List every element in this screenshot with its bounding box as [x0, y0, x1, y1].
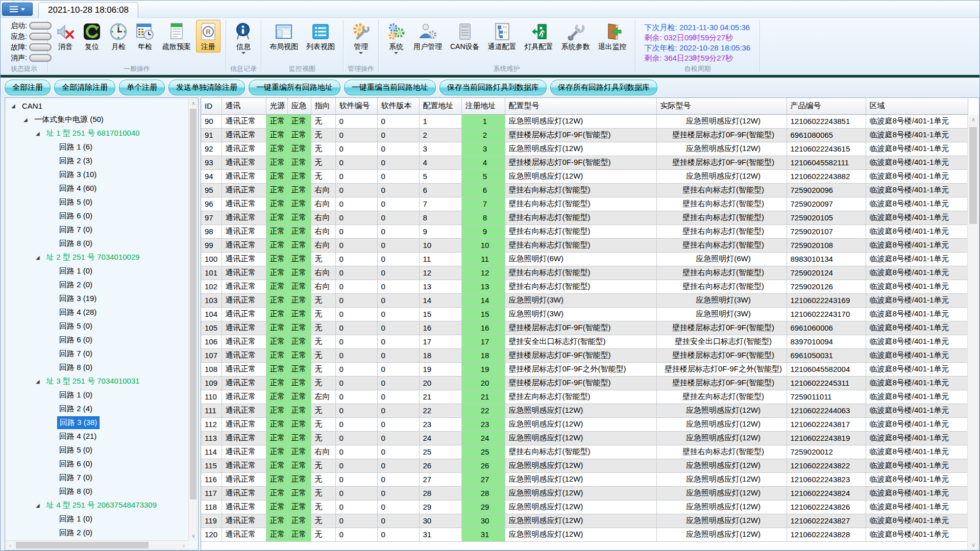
system-params-button[interactable]: 系统参数: [558, 20, 593, 53]
evacuation-plan-button[interactable]: 疏散预案: [159, 20, 194, 53]
tree-node[interactable]: 回路 4 (28): [6, 306, 187, 319]
datetime-tab[interactable]: 2021-10-28 18:06:08: [38, 2, 138, 18]
scroll-down-arrow[interactable]: ∨: [189, 531, 198, 540]
table-row[interactable]: 113通讯正常正常正常无002424应急照明感应灯(12W)应急照明感应灯(12…: [201, 431, 968, 445]
exit-monitor-button[interactable]: 退出监控: [595, 20, 630, 53]
tree-node[interactable]: 回路 6 (0): [6, 457, 187, 471]
tree-node[interactable]: 回路 8 (0): [6, 237, 187, 251]
tree-node[interactable]: ◢址 2 型 251 号 7034010029: [6, 251, 187, 264]
tree-node[interactable]: 回路 8 (0): [6, 361, 187, 374]
action-button-5[interactable]: 一键重编所有回路地址: [249, 80, 340, 95]
user-manage-button[interactable]: 用户管理: [410, 20, 445, 53]
tree-node[interactable]: 回路 7 (0): [6, 347, 187, 361]
monthly-check-button[interactable]: 月检: [106, 20, 131, 53]
table-row[interactable]: 95通讯正常正常正常右向0066壁挂右向标志灯(智能型)壁挂右向标志灯(智能型)…: [201, 183, 968, 197]
tree-expand-icon[interactable]: ◢: [36, 255, 42, 260]
tree-node[interactable]: ◢址 3 型 251 号 7034010031: [6, 374, 187, 388]
channel-config-button[interactable]: 通道配置: [485, 20, 520, 53]
table-row[interactable]: 118通讯正常正常正常无002929应急照明感应灯(12W)应急照明感应灯(12…: [201, 500, 968, 514]
action-button-6[interactable]: 一键重编当前回路地址: [344, 80, 436, 95]
table-row[interactable]: 109通讯正常正常正常无002020壁挂楼层标志灯0F-9F(智能型)壁挂楼层标…: [201, 376, 968, 390]
tree-node[interactable]: 回路 4 (21): [6, 430, 187, 443]
table-row[interactable]: 116通讯正常正常正常无002727应急照明感应灯(12W)应急照明感应灯(12…: [201, 472, 968, 486]
tree-expand-icon[interactable]: ◢: [11, 103, 17, 109]
register-button[interactable]: R 注册: [196, 20, 220, 53]
column-header[interactable]: 软件版本: [377, 98, 419, 114]
can-device-button[interactable]: CAN设备: [447, 20, 483, 53]
table-row[interactable]: 112通讯正常正常正常无002323应急照明感应灯(12W)应急照明感应灯(12…: [201, 417, 968, 431]
table-row[interactable]: 102通讯正常正常正常右向001313壁挂右向标志灯(智能型)壁挂右向标志灯(智…: [201, 280, 968, 293]
column-header[interactable]: 应急: [287, 98, 311, 114]
tree-node[interactable]: 回路 7 (0): [6, 471, 187, 485]
table-row[interactable]: 104通讯正常正常正常无001515应急照明灯(3W)应急照明灯(3W)1210…: [201, 307, 968, 321]
tree-node[interactable]: ◢一体式集中电源 (50): [6, 113, 187, 127]
table-row[interactable]: 108通讯正常正常正常无001919壁挂楼层标志灯0F-9F之外(智能型)壁挂楼…: [201, 362, 968, 376]
action-button-1[interactable]: 全部注册: [5, 80, 51, 95]
table-row[interactable]: 96通讯正常正常正常右向0077壁挂右向标志灯(智能型)壁挂右向标志灯(智能型)…: [201, 197, 968, 211]
system-button[interactable]: 系统: [384, 20, 408, 55]
column-header[interactable]: 区域: [866, 98, 968, 114]
tree-scroll-thumb[interactable]: [190, 109, 197, 499]
tree-node-selected[interactable]: 回路 3 (38): [6, 416, 187, 430]
table-row[interactable]: 105通讯正常正常正常无001616壁挂楼层标志灯0F-9F(智能型)壁挂楼层标…: [201, 321, 968, 335]
manage-button[interactable]: 管理: [349, 20, 373, 55]
app-menu-button[interactable]: [2, 3, 33, 16]
action-button-4[interactable]: 发送单独清除注册: [168, 80, 245, 95]
scroll-up-arrow[interactable]: ∧: [189, 98, 198, 108]
column-header[interactable]: ID: [201, 98, 222, 114]
tree-horizontal-scrollbar[interactable]: ‹ ›: [6, 540, 188, 549]
tree-node[interactable]: 回路 1 (0): [6, 512, 187, 526]
action-button-3[interactable]: 单个注册: [119, 80, 165, 95]
tree-node[interactable]: 回路 5 (0): [6, 443, 187, 457]
table-row[interactable]: 99通讯正常正常正常右向001010壁挂右向标志灯(智能型)壁挂右向标志灯(智能…: [201, 238, 968, 252]
action-button-8[interactable]: 保存所有回路灯具到数据库: [550, 80, 657, 95]
table-row[interactable]: 115通讯正常正常正常无002626应急照明感应灯(12W)应急照明感应灯(12…: [201, 459, 968, 472]
table-row[interactable]: 91通讯正常正常正常无0022壁挂楼层标志灯0F-9F(智能型)壁挂楼层标志灯0…: [201, 128, 968, 142]
action-button-2[interactable]: 全部清除注册: [54, 80, 115, 95]
column-header[interactable]: 指向: [311, 98, 335, 114]
tree-node[interactable]: 回路 2 (0): [6, 278, 187, 292]
tree-node[interactable]: 回路 3 (10): [6, 168, 187, 182]
table-row[interactable]: 94通讯正常正常正常无0055应急照明感应灯(12W)应急照明感应灯(12W)1…: [201, 169, 968, 183]
column-header[interactable]: 软件编号: [335, 98, 377, 114]
column-header[interactable]: 配置地址: [419, 98, 461, 114]
tree-node[interactable]: 回路 5 (0): [6, 195, 187, 209]
tree-node[interactable]: 回路 5 (0): [6, 319, 187, 333]
table-row[interactable]: 92通讯正常正常正常无0033应急照明感应灯(12W)应急照明感应灯(12W)1…: [201, 142, 968, 156]
column-header[interactable]: 实际型号: [656, 98, 787, 114]
annual-check-button[interactable]: 年检: [133, 20, 157, 53]
table-row[interactable]: 103通讯正常正常正常无001414应急照明灯(3W)应急照明灯(3W)1210…: [201, 293, 968, 307]
layout-view-button[interactable]: 布局视图: [266, 20, 301, 53]
tree-node[interactable]: ◢CAN1: [6, 99, 187, 113]
table-row[interactable]: 100通讯正常正常正常无001111应急照明灯(6W)应急照明灯(6W)8983…: [201, 252, 968, 266]
tree-hscroll-thumb[interactable]: [16, 542, 149, 548]
tree-node[interactable]: 回路 8 (0): [6, 485, 187, 498]
tree-expand-icon[interactable]: ◢: [36, 379, 42, 384]
lamp-config-button[interactable]: 灯具配置: [522, 20, 556, 53]
tree-node[interactable]: 回路 2 (0): [6, 526, 187, 540]
mute-button[interactable]: 消音: [53, 20, 78, 53]
tree-node[interactable]: ◢址 4 型 251 号 20637548473309: [6, 498, 187, 512]
action-button-7[interactable]: 保存当前回路灯具到数据库: [439, 80, 547, 95]
tree-expand-icon[interactable]: ◢: [36, 131, 42, 136]
tree-node[interactable]: 回路 6 (0): [6, 333, 187, 347]
table-row[interactable]: 90通讯正常正常正常无0011应急照明感应灯(12W)应急照明感应灯(12W)1…: [201, 114, 968, 128]
tree-vertical-scrollbar[interactable]: ∧ ∨: [188, 98, 198, 540]
table-row[interactable]: 98通讯正常正常正常右向0099壁挂右向标志灯(智能型)壁挂右向标志灯(智能型)…: [201, 224, 968, 238]
tree-node[interactable]: 回路 4 (60): [6, 182, 187, 195]
tree-node[interactable]: 回路 2 (3): [6, 154, 187, 168]
table-row[interactable]: 119通讯正常正常正常无003030应急照明感应灯(12W)应急照明感应灯(12…: [201, 514, 968, 528]
scroll-up-arrow[interactable]: ∧: [968, 115, 979, 124]
tree-node[interactable]: 回路 1 (6): [6, 140, 187, 154]
scroll-down-arrow[interactable]: ∨: [968, 540, 979, 549]
list-view-button[interactable]: 列表视图: [303, 20, 338, 53]
column-header[interactable]: 注册地址: [461, 98, 505, 114]
table-row[interactable]: 120通讯正常正常正常无003131应急照明感应灯(12W)应急照明感应灯(12…: [201, 528, 968, 541]
tree-expand-icon[interactable]: ◢: [36, 503, 42, 508]
scroll-right-arrow[interactable]: ›: [179, 541, 188, 550]
tree-expand-icon[interactable]: ◢: [23, 117, 30, 122]
table-vertical-scrollbar[interactable]: ∧ ∨: [967, 115, 978, 549]
column-header[interactable]: 配置型号: [505, 98, 656, 114]
info-button[interactable]: 信息: [231, 20, 256, 55]
tree-node[interactable]: 回路 1 (0): [6, 388, 187, 402]
